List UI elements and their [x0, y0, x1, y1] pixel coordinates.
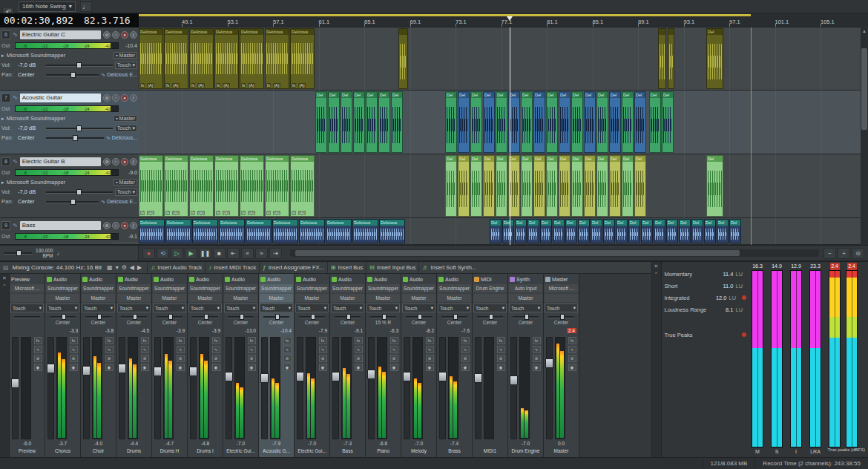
- solo-icon[interactable]: ◉: [568, 364, 576, 371]
- tempo-display[interactable]: 130,000 BPM: [36, 248, 53, 258]
- strip-name[interactable]: Piano: [366, 448, 400, 456]
- mute-button[interactable]: ⊘: [103, 222, 111, 229]
- fader-handle[interactable]: [118, 364, 126, 373]
- volume-slider[interactable]: [46, 125, 113, 131]
- settings-icon[interactable]: ⚙: [122, 264, 127, 271]
- solo-icon[interactable]: ◉: [390, 364, 398, 371]
- fx-icon[interactable]: fx: [177, 337, 185, 344]
- audio-clip[interactable]: Del: [706, 155, 723, 217]
- horizontal-scroll-thumb[interactable]: [295, 250, 740, 256]
- solo-button[interactable]: ○: [112, 94, 119, 102]
- strip-device-button[interactable]: Auto Input: [509, 284, 542, 292]
- audio-clip[interactable]: Del: [378, 91, 390, 153]
- strip-device-button[interactable]: Microsoft ...: [10, 284, 44, 292]
- strip-automation-button[interactable]: Touch▾: [117, 304, 151, 312]
- audio-clip[interactable]: Delicious: [139, 219, 165, 243]
- audio-clip[interactable]: Delicious: [272, 219, 298, 243]
- channel-strip[interactable]: AudioSoundmapperMasterTouch▾Center-9.1fx…: [330, 274, 366, 457]
- close-icon[interactable]: ✕: [654, 263, 659, 269]
- audio-clip[interactable]: Del: [641, 219, 653, 243]
- audio-clip[interactable]: Del: [706, 28, 723, 89]
- fader-track[interactable]: [332, 337, 339, 439]
- envelope-icon[interactable]: ∿: [497, 346, 505, 353]
- channel-strip[interactable]: AudioSoundmapperMasterTouch▾Center-4.5fx…: [116, 274, 152, 457]
- fx-icon[interactable]: fx: [426, 337, 434, 344]
- strip-automation-button[interactable]: Touch▾: [10, 304, 44, 312]
- pan-slider[interactable]: [157, 314, 183, 320]
- audio-clip[interactable]: Del: [445, 91, 457, 153]
- track-name-field[interactable]: Electric Guitar B: [20, 157, 101, 166]
- audio-clip[interactable]: Deliciousfx(A): [290, 28, 315, 89]
- track-device[interactable]: Microsoft Soundmapper: [7, 52, 112, 59]
- audio-clip[interactable]: Del: [596, 155, 608, 217]
- zoom-tool-icon[interactable]: ⊙: [852, 248, 864, 259]
- mixer-title-bar[interactable]: ▤ Mixing Console: 44.100 Hz; 16 Bit ▦▾⚙◀…: [0, 262, 651, 274]
- track-name-field[interactable]: Bass: [20, 221, 101, 230]
- strip-name[interactable]: Electric Gui...: [224, 448, 257, 456]
- dropdown-icon[interactable]: ▾: [116, 264, 119, 271]
- fx-icon[interactable]: fx: [390, 337, 398, 344]
- fx-icon[interactable]: fx: [212, 337, 220, 344]
- audio-clip[interactable]: Del: [559, 155, 571, 217]
- strip-name[interactable]: Bass: [331, 448, 364, 456]
- strip-bus-button[interactable]: Master: [117, 294, 151, 302]
- channel-strip[interactable]: AudioSoundmapperMasterTouch▾Center-3.3fx…: [45, 274, 81, 457]
- fader-handle[interactable]: [403, 372, 411, 381]
- pan-slider[interactable]: [14, 314, 40, 320]
- close-icon[interactable]: ✕: [2, 275, 7, 281]
- audio-clip[interactable]: Delicious: [219, 219, 245, 243]
- fx-icon[interactable]: fx: [248, 337, 256, 344]
- strip-device-button[interactable]: Drum Engine: [473, 284, 507, 292]
- strip-bus-button[interactable]: Master: [402, 294, 435, 302]
- envelope-icon[interactable]: ∿: [212, 346, 220, 353]
- channel-strip[interactable]: AudioSoundmapperMasterTouch▾Center-7.6fx…: [437, 274, 473, 457]
- strip-device-button[interactable]: Soundmapper: [438, 284, 471, 292]
- solo-icon[interactable]: ◉: [497, 364, 505, 371]
- audio-clip[interactable]: Del: [729, 219, 741, 243]
- strip-pan-control[interactable]: Center: [331, 313, 364, 328]
- audio-clip[interactable]: Del: [470, 91, 482, 153]
- channel-strip[interactable]: PreviewMicrosoft ...Touch▾fx∿⊘◉-6.0Previ…: [10, 274, 45, 457]
- audio-clip[interactable]: Del: [704, 219, 716, 243]
- fader-handle[interactable]: [545, 358, 553, 368]
- strip-bus-button[interactable]: Master: [188, 294, 222, 302]
- strip-name[interactable]: Preview: [10, 448, 44, 456]
- audio-clip[interactable]: Deliciousfx(A): [265, 28, 289, 89]
- mute-icon[interactable]: ⊘: [177, 355, 185, 362]
- audio-clip[interactable]: Del: [553, 219, 565, 243]
- audio-clip[interactable]: Deliciousfx(A): [240, 28, 264, 89]
- fx-icon[interactable]: fx: [70, 337, 78, 344]
- pan-slider[interactable]: [335, 314, 361, 320]
- audio-clip[interactable]: Del: [584, 155, 596, 217]
- fader-track[interactable]: [546, 337, 553, 439]
- pan-handle[interactable]: [204, 314, 208, 320]
- fader-handle[interactable]: [438, 372, 447, 381]
- pan-handle[interactable]: [489, 314, 493, 320]
- strip-name[interactable]: Melody: [402, 448, 435, 456]
- strip-bus-button[interactable]: [473, 294, 507, 302]
- track-bus-button[interactable]: ▪ Master: [114, 52, 137, 59]
- envelope-icon[interactable]: ∿: [70, 346, 78, 353]
- track-bus-button[interactable]: ▪ Master: [114, 179, 137, 186]
- audio-clip[interactable]: Del: [458, 91, 470, 153]
- track-name-field[interactable]: Acoustic Guitar: [20, 94, 101, 102]
- views-icon[interactable]: ▦: [107, 264, 113, 271]
- pan-handle[interactable]: [525, 314, 529, 320]
- mute-icon[interactable]: ⊘: [283, 355, 292, 362]
- strip-name[interactable]: Master: [545, 448, 578, 456]
- strip-automation-button[interactable]: Touch▾: [366, 304, 400, 312]
- solo-icon[interactable]: ◉: [283, 364, 292, 371]
- strip-pan-control[interactable]: Center: [438, 313, 471, 328]
- insert-assignable-fx-button[interactable]: ƒInsert Assignable FX...: [259, 262, 327, 273]
- mute-icon[interactable]: ⊘: [70, 355, 78, 362]
- audio-clip[interactable]: Del: [527, 219, 539, 243]
- audio-clip[interactable]: Del: [533, 155, 545, 217]
- audio-clip[interactable]: [668, 28, 674, 89]
- fader-handle[interactable]: [332, 372, 340, 381]
- audio-clip[interactable]: Delicious: [326, 219, 352, 243]
- channel-strip[interactable]: AudioSoundmapperMasterTouch▾Center-3.8fx…: [81, 274, 116, 457]
- envelope-icon[interactable]: ∿: [34, 346, 42, 353]
- volume-handle[interactable]: [76, 62, 82, 68]
- play-button[interactable]: ▶: [185, 248, 197, 259]
- zoom-out-icon[interactable]: −: [823, 248, 836, 259]
